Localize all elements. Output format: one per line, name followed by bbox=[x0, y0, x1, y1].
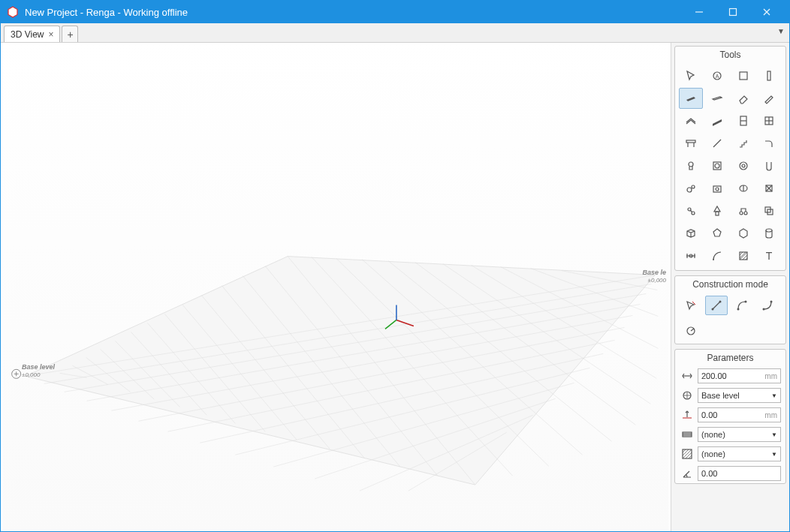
app-logo-icon bbox=[7, 6, 19, 18]
tab-add-button[interactable]: + bbox=[62, 26, 78, 42]
tool-equip1[interactable] bbox=[679, 178, 703, 199]
svg-point-72 bbox=[689, 162, 693, 167]
tool-marker[interactable]: A bbox=[705, 65, 729, 86]
svg-point-104 bbox=[745, 301, 747, 303]
svg-point-105 bbox=[763, 308, 765, 311]
param-material-select[interactable]: (none)▼ bbox=[698, 427, 781, 442]
mode-line[interactable] bbox=[705, 296, 728, 315]
tool-column[interactable] bbox=[757, 65, 781, 86]
svg-rect-79 bbox=[713, 186, 721, 192]
param-offset-input[interactable]: 0.00mm bbox=[698, 407, 781, 422]
tool-prim-cube[interactable] bbox=[679, 223, 703, 244]
tools-panel-title: Tools bbox=[675, 47, 785, 63]
tool-roof[interactable] bbox=[679, 110, 703, 131]
level-label-right: Base le±0,000 bbox=[642, 269, 666, 284]
minimize-button[interactable] bbox=[682, 1, 716, 23]
svg-point-87 bbox=[740, 212, 743, 215]
tool-misc2[interactable] bbox=[705, 200, 729, 221]
svg-point-75 bbox=[740, 162, 747, 170]
workspace: ▼ ▼ ▼ ▼ ▼ ▼ bbox=[1, 43, 789, 531]
svg-point-103 bbox=[737, 308, 740, 311]
svg-point-88 bbox=[744, 212, 747, 215]
tool-stair[interactable] bbox=[731, 133, 755, 154]
tool-window[interactable] bbox=[757, 110, 781, 131]
param-level-icon bbox=[680, 388, 695, 403]
tool-misc4[interactable] bbox=[757, 200, 781, 221]
tool-pencil[interactable] bbox=[757, 88, 781, 109]
tool-prim-hex[interactable] bbox=[731, 223, 755, 244]
parameters-panel: Parameters 200.00mm Base level▼ 0.00mm (… bbox=[674, 349, 786, 484]
tab-3d-view[interactable]: 3D View × bbox=[4, 26, 60, 42]
param-hatch-select[interactable]: (none)▼ bbox=[698, 446, 781, 461]
mode-circle[interactable] bbox=[680, 321, 702, 341]
tool-equip4[interactable] bbox=[757, 178, 781, 199]
svg-line-71 bbox=[713, 140, 721, 147]
tool-line[interactable] bbox=[705, 133, 729, 154]
tab-close-icon[interactable]: × bbox=[48, 29, 53, 40]
canvas-area: ▼ ▼ ▼ ▼ ▼ ▼ bbox=[1, 43, 671, 531]
svg-point-80 bbox=[716, 188, 719, 191]
svg-line-85 bbox=[690, 210, 692, 212]
svg-point-102 bbox=[719, 301, 722, 303]
tool-text[interactable]: T bbox=[757, 245, 781, 266]
tool-fixture1[interactable] bbox=[679, 155, 703, 176]
svg-point-76 bbox=[742, 164, 745, 167]
construction-mode-panel: Construction mode bbox=[674, 275, 786, 344]
3d-viewport[interactable]: Base level±0,000 Base le±0,000 bbox=[1, 43, 671, 531]
svg-rect-1 bbox=[729, 9, 736, 16]
param-thickness-icon bbox=[680, 368, 695, 383]
tool-ramp[interactable] bbox=[705, 110, 729, 131]
tool-misc3[interactable] bbox=[731, 200, 755, 221]
tool-slab[interactable] bbox=[705, 88, 729, 109]
tool-arc[interactable] bbox=[705, 245, 729, 266]
tool-equip3[interactable] bbox=[731, 178, 755, 199]
tools-panel: Tools A bbox=[674, 46, 786, 271]
tool-fixture2[interactable] bbox=[705, 155, 729, 176]
mode-panel-title: Construction mode bbox=[675, 276, 785, 293]
tool-prim-cyl[interactable] bbox=[757, 223, 781, 244]
tool-misc1[interactable] bbox=[679, 200, 703, 221]
svg-rect-62 bbox=[767, 71, 770, 80]
tool-cube[interactable] bbox=[731, 65, 755, 86]
tab-overflow-icon[interactable]: ▼ bbox=[777, 27, 785, 35]
tool-equip2[interactable] bbox=[705, 178, 729, 199]
param-level-select[interactable]: Base level▼ bbox=[698, 388, 781, 403]
svg-rect-113 bbox=[683, 432, 692, 437]
level-label-left: Base level±0,000 bbox=[22, 364, 55, 379]
mode-arc2[interactable] bbox=[756, 296, 779, 315]
param-offset-icon bbox=[680, 407, 695, 422]
tool-dim[interactable] bbox=[679, 245, 703, 266]
svg-point-78 bbox=[692, 185, 695, 188]
tab-label: 3D View bbox=[11, 29, 44, 40]
mode-point[interactable] bbox=[680, 296, 702, 315]
svg-rect-86 bbox=[716, 212, 719, 215]
window-title: New Project - Renga - Working offline bbox=[25, 7, 682, 18]
tool-fixture3[interactable] bbox=[731, 155, 755, 176]
param-hatch-icon bbox=[680, 446, 695, 461]
param-material-icon bbox=[680, 427, 695, 442]
param-thickness-input[interactable]: 200.00mm bbox=[698, 368, 781, 383]
svg-point-101 bbox=[712, 308, 714, 311]
tool-hatch[interactable] bbox=[731, 245, 755, 266]
close-button[interactable] bbox=[749, 1, 783, 23]
svg-point-96 bbox=[713, 259, 714, 260]
tool-erase[interactable] bbox=[731, 88, 755, 109]
svg-rect-61 bbox=[740, 72, 747, 80]
tool-fixture4[interactable] bbox=[757, 155, 781, 176]
tool-select[interactable] bbox=[679, 65, 703, 86]
svg-text:A: A bbox=[715, 74, 719, 79]
params-panel-title: Parameters bbox=[675, 350, 785, 366]
tool-table[interactable] bbox=[679, 133, 703, 154]
mode-arc1[interactable] bbox=[731, 296, 753, 315]
tool-pipe[interactable] bbox=[757, 133, 781, 154]
svg-line-108 bbox=[691, 329, 694, 331]
svg-rect-68 bbox=[686, 140, 695, 143]
tool-wall[interactable] bbox=[679, 88, 703, 109]
svg-point-91 bbox=[766, 229, 772, 232]
titlebar: New Project - Renga - Working offline bbox=[1, 1, 789, 23]
maximize-button[interactable] bbox=[716, 1, 749, 23]
param-angle-input[interactable]: 0.00 bbox=[698, 466, 781, 481]
tool-prim-poly[interactable] bbox=[705, 223, 729, 244]
tool-door[interactable] bbox=[731, 110, 755, 131]
svg-line-100 bbox=[713, 302, 720, 309]
